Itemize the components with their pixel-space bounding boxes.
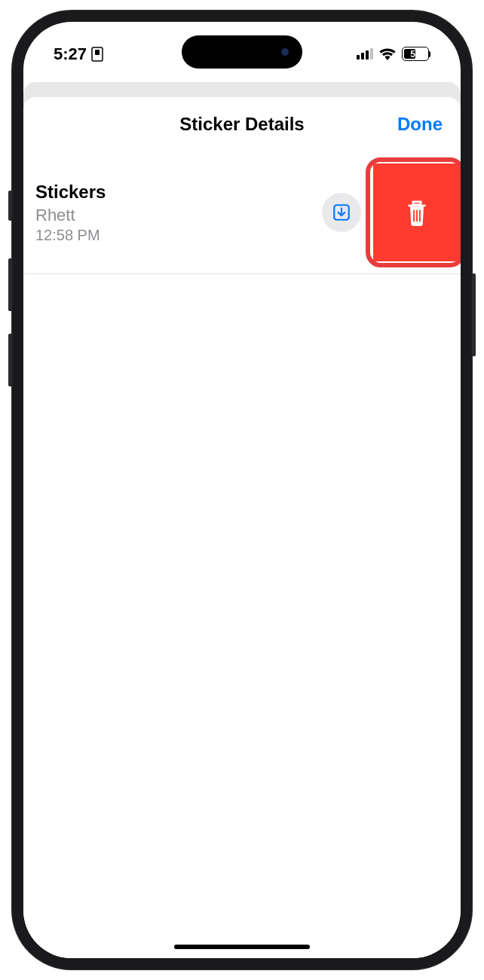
phone-frame: 5:27	[11, 10, 473, 970]
card-icon	[91, 47, 103, 62]
sticker-time: 12:58 PM	[35, 227, 322, 244]
sheet-header: Sticker Details Done	[23, 97, 461, 151]
battery-icon: 50	[402, 47, 430, 61]
delete-button[interactable]	[373, 163, 461, 261]
home-indicator[interactable]	[174, 945, 310, 949]
sticker-row[interactable]: Stickers Rhett 12:58 PM	[23, 151, 461, 274]
dynamic-island	[182, 35, 302, 69]
done-button[interactable]: Done	[397, 114, 443, 135]
svg-rect-1	[95, 50, 100, 55]
sticker-info: Stickers Rhett 12:58 PM	[35, 182, 322, 244]
screen: 5:27	[23, 22, 461, 958]
sheet-title: Sticker Details	[179, 114, 304, 135]
wifi-icon	[379, 48, 396, 60]
status-time: 5:27	[54, 44, 87, 64]
sticker-details-sheet: Sticker Details Done Stickers Rhett 12:5…	[23, 97, 461, 958]
save-button[interactable]	[322, 193, 361, 232]
sticker-name: Stickers	[35, 182, 322, 203]
trash-icon	[405, 199, 429, 226]
battery-percent: 50	[410, 49, 420, 60]
sticker-author: Rhett	[35, 206, 322, 225]
save-to-photos-icon	[332, 203, 351, 222]
cellular-signal-icon	[357, 48, 373, 60]
